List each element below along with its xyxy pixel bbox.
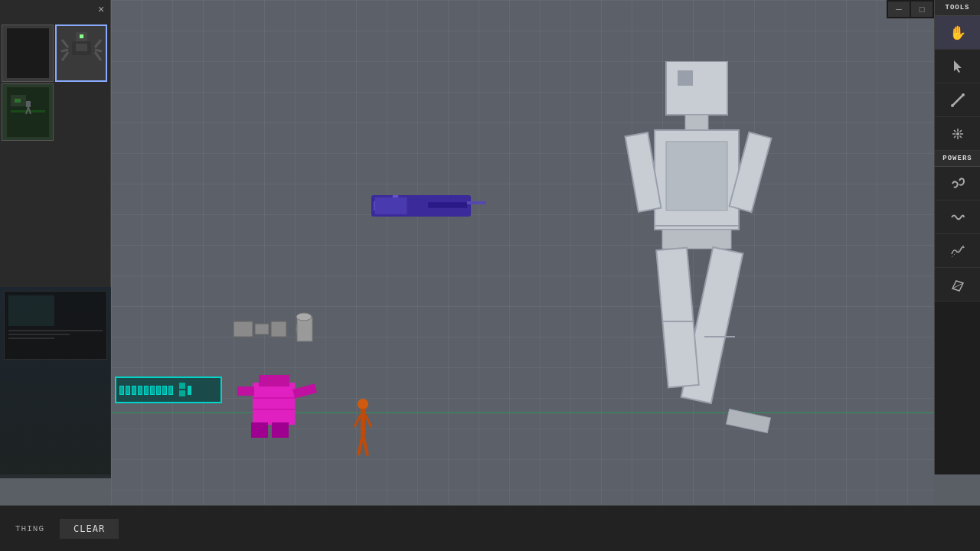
- svg-line-6: [95, 50, 102, 51]
- pointer-tool-btn[interactable]: [935, 50, 980, 83]
- tools-section: TooLs ✋: [935, 0, 980, 151]
- svg-rect-48: [179, 390, 185, 396]
- svg-line-62: [354, 415, 361, 427]
- svg-rect-49: [188, 386, 191, 395]
- powers-section: [935, 167, 980, 302]
- window-controls: ─ □: [887, 0, 934, 18]
- svg-line-2: [62, 40, 68, 47]
- svg-rect-32: [727, 409, 771, 433]
- cyan-dot-6: [150, 386, 155, 395]
- svg-rect-41: [234, 321, 253, 337]
- cyan-dot-9: [168, 386, 173, 395]
- svg-rect-23: [678, 70, 693, 86]
- svg-line-75: [954, 135, 956, 138]
- powers-header: POWERS: [935, 151, 980, 167]
- svg-line-72: [954, 130, 956, 132]
- svg-rect-53: [292, 383, 317, 398]
- svg-line-61: [363, 435, 368, 455]
- svg-line-73: [960, 135, 962, 138]
- svg-rect-47: [179, 383, 185, 389]
- svg-point-46: [296, 313, 312, 321]
- thumb-scene[interactable]: [2, 83, 54, 141]
- bg-screen: [4, 291, 107, 360]
- svg-line-5: [95, 40, 101, 47]
- svg-point-65: [951, 104, 954, 107]
- svg-rect-13: [15, 99, 21, 103]
- svg-rect-18: [8, 295, 54, 326]
- svg-rect-42: [255, 324, 269, 334]
- svg-rect-24: [685, 115, 708, 130]
- svg-line-64: [952, 95, 963, 106]
- cyan-dot-2: [126, 386, 130, 395]
- left-panel: ×: [0, 0, 111, 474]
- svg-rect-54: [251, 422, 268, 438]
- maximize-button[interactable]: □: [911, 2, 933, 17]
- svg-rect-22: [666, 61, 727, 115]
- svg-rect-39: [374, 201, 382, 211]
- svg-rect-37: [375, 197, 407, 214]
- chain-tool-btn[interactable]: [935, 167, 980, 201]
- svg-rect-29: [662, 230, 731, 249]
- svg-rect-26: [666, 142, 727, 210]
- svg-rect-8: [80, 34, 83, 38]
- orange-stick: [354, 398, 373, 478]
- svg-rect-31: [656, 248, 699, 388]
- cyan-dot-8: [162, 386, 167, 395]
- gray-pieces: [234, 310, 356, 348]
- svg-rect-52: [237, 386, 254, 396]
- svg-rect-55: [272, 422, 289, 438]
- bottom-bar: THING CLEAR: [0, 505, 980, 551]
- svg-rect-50: [253, 383, 295, 425]
- svg-rect-21: [8, 337, 54, 339]
- svg-rect-40: [393, 195, 398, 200]
- erase-tool-btn[interactable]: [935, 268, 980, 302]
- svg-point-66: [962, 93, 965, 96]
- svg-rect-14: [26, 101, 31, 107]
- svg-line-7: [95, 52, 101, 60]
- svg-line-63: [365, 415, 371, 427]
- svg-rect-38: [428, 202, 467, 207]
- svg-line-3: [61, 50, 68, 51]
- grab-tool-btn[interactable]: ✋: [935, 16, 980, 50]
- canvas-area[interactable]: [111, 0, 934, 505]
- svg-rect-59: [361, 409, 365, 435]
- svg-rect-20: [8, 334, 70, 335]
- cyan-dot-3: [132, 386, 136, 395]
- thumbnail-grid: [0, 23, 111, 142]
- right-toolbar: TooLs ✋ POWERS: [934, 0, 980, 474]
- svg-rect-51: [259, 375, 289, 386]
- svg-point-67: [956, 132, 959, 135]
- thumb-robot[interactable]: [55, 24, 107, 82]
- multi-tool-btn[interactable]: [935, 117, 980, 151]
- svg-point-58: [358, 399, 368, 409]
- robot-figure: [620, 61, 789, 490]
- svg-rect-36: [371, 200, 428, 213]
- spawn-label: THING: [15, 524, 44, 533]
- line-tool-btn[interactable]: [935, 83, 980, 117]
- pink-character: [230, 375, 329, 452]
- svg-line-4: [62, 52, 68, 60]
- purple-gun: [371, 195, 471, 217]
- wire-tool-btn[interactable]: [935, 201, 980, 234]
- close-button[interactable]: ×: [92, 2, 110, 17]
- cyan-dot-4: [138, 386, 142, 395]
- cyan-device: [115, 377, 222, 403]
- minimize-button[interactable]: ─: [888, 2, 910, 17]
- svg-line-74: [960, 130, 962, 132]
- cyan-dot-7: [156, 386, 161, 395]
- cyan-dot-1: [119, 386, 124, 395]
- svg-rect-19: [8, 330, 103, 331]
- cut-tool-btn[interactable]: [935, 234, 980, 268]
- tools-header: TooLs: [935, 0, 980, 16]
- clear-button[interactable]: CLEAR: [60, 519, 119, 539]
- thumb-blank[interactable]: [2, 24, 54, 82]
- cyan-dot-5: [144, 386, 149, 395]
- svg-rect-9: [76, 44, 87, 51]
- svg-rect-43: [271, 321, 286, 337]
